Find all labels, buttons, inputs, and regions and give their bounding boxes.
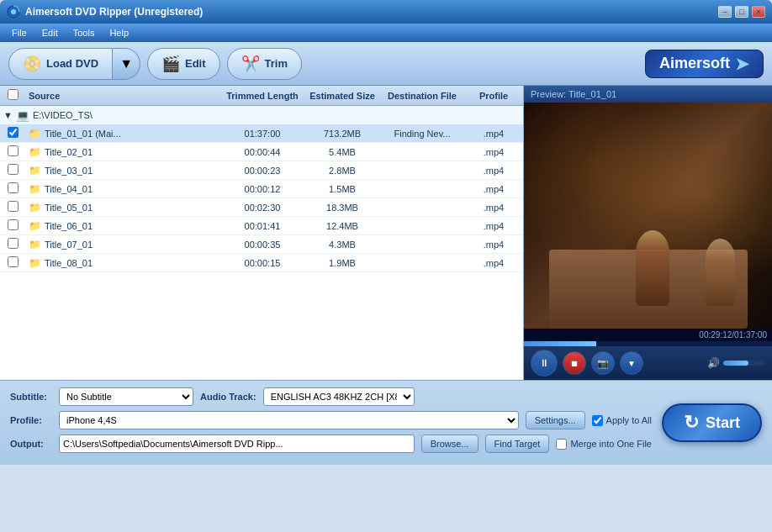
row-profile: .mp4 (464, 258, 523, 268)
snapshot-button[interactable]: 📷 (591, 351, 615, 375)
row-size: 12.4MB (304, 221, 380, 231)
table-row[interactable]: 📁Title_01_01 (Mai... 01:37:00 713.2MB Fi… (0, 124, 523, 143)
preview-progress-fill (524, 341, 596, 346)
more-button[interactable]: ▼ (620, 351, 643, 375)
table-row[interactable]: 📁Title_06_01 00:01:41 12.4MB .mp4 (0, 217, 523, 235)
row-size: 1.5MB (304, 184, 380, 194)
apply-to-all-checkbox[interactable] (592, 415, 603, 426)
output-path-input[interactable] (59, 435, 415, 453)
file-icon: 📁 (29, 239, 41, 250)
header-check[interactable] (0, 89, 25, 102)
edit-icon: 🎬 (161, 55, 180, 73)
audio-track-select[interactable]: ENGLISH AC3 48KHZ 2CH [X80] (263, 387, 415, 406)
row-trimmed: 00:02:30 (220, 203, 304, 213)
preview-title: Preview: Title_01_01 (524, 86, 772, 103)
table-row[interactable]: 📁Title_07_01 00:00:35 4.3MB .mp4 (0, 235, 523, 254)
volume-icon: 🔊 (707, 357, 720, 369)
row-check[interactable] (0, 256, 25, 269)
expand-icon: ▼ (3, 110, 13, 120)
play-pause-button[interactable]: ⏸ (531, 350, 558, 377)
file-list-panel: Source Trimmed Length Estimated Size Des… (0, 86, 524, 380)
row-size: 713.2MB (304, 129, 380, 139)
minimize-button[interactable]: – (718, 6, 732, 18)
row-check[interactable] (0, 127, 25, 140)
row-check[interactable] (0, 182, 25, 195)
browse-button[interactable]: Browse... (421, 435, 479, 453)
stop-button[interactable]: ⏹ (563, 351, 586, 375)
table-row[interactable]: 📁Title_02_01 00:00:44 5.4MB .mp4 (0, 143, 523, 161)
row-check[interactable] (0, 145, 25, 158)
main-content: Source Trimmed Length Estimated Size Des… (0, 86, 772, 380)
row-profile: .mp4 (464, 240, 523, 250)
load-dvd-dropdown[interactable]: ▼ (113, 48, 140, 80)
profile-select[interactable]: iPhone 4,4S (59, 411, 519, 429)
load-dvd-button[interactable]: 📀 Load DVD (8, 48, 113, 80)
trim-button[interactable]: ✂️ Trim (227, 48, 302, 80)
menu-edit[interactable]: Edit (35, 26, 65, 40)
row-check[interactable] (0, 164, 25, 176)
trim-label: Trim (265, 57, 288, 70)
restore-button[interactable]: □ (735, 6, 748, 18)
load-dvd-icon: 📀 (23, 55, 41, 73)
audio-track-label: Audio Track: (200, 392, 256, 402)
merge-into-one-label: Merge into One File (570, 439, 652, 449)
output-row: Output: Browse... Find Target Merge into… (10, 435, 652, 453)
row-size: 1.9MB (304, 258, 380, 268)
close-button[interactable]: × (752, 6, 765, 18)
apply-to-all-area: Apply to All (592, 415, 652, 426)
row-source: 📁Title_05_01 (25, 202, 220, 213)
row-profile: .mp4 (464, 147, 523, 157)
row-profile: .mp4 (464, 184, 523, 194)
root-folder-label: E:\VIDEO_TS\ (33, 110, 93, 120)
merge-into-one-checkbox[interactable] (556, 439, 567, 450)
bottom-controls-left: Subtitle: No Subtitle Audio Track: ENGLI… (10, 387, 652, 458)
menu-help[interactable]: Help (103, 26, 135, 40)
edit-label: Edit (185, 57, 206, 70)
row-size: 5.4MB (304, 147, 380, 157)
load-dvd-label: Load DVD (46, 57, 98, 70)
volume-area: 🔊 (707, 357, 765, 369)
toolbar: 📀 Load DVD ▼ 🎬 Edit ✂️ Trim Aimersoft ➤ (0, 42, 772, 86)
file-icon: 📁 (29, 220, 41, 232)
check-all-checkbox[interactable] (8, 89, 19, 100)
file-list-body: 📁Title_01_01 (Mai... 01:37:00 713.2MB Fi… (0, 124, 523, 380)
row-source: 📁Title_08_01 (25, 257, 220, 269)
root-folder-row[interactable]: ▼ 💻 E:\VIDEO_TS\ (0, 106, 523, 124)
file-icon: 📁 (29, 202, 41, 213)
row-size: 18.3MB (304, 203, 380, 213)
volume-slider[interactable] (723, 361, 765, 366)
subtitle-label: Subtitle: (10, 392, 52, 402)
row-check[interactable] (0, 201, 25, 213)
menu-tools[interactable]: Tools (66, 26, 102, 40)
logo-arrow-icon: ➤ (735, 54, 749, 74)
row-check[interactable] (0, 238, 25, 250)
settings-button[interactable]: Settings... (526, 411, 585, 429)
chevron-down-icon: ▼ (119, 56, 133, 71)
window-controls: – □ × (718, 6, 765, 18)
preview-panel: Preview: Title_01_01 00:29:12/01:37:00 ⏸… (524, 86, 772, 380)
start-label: Start (706, 414, 740, 432)
start-button[interactable]: ↻ Start (662, 403, 762, 442)
edit-button[interactable]: 🎬 Edit (147, 48, 220, 80)
video-person1 (636, 230, 669, 306)
menu-file[interactable]: File (5, 26, 34, 40)
preview-video (524, 103, 772, 329)
subtitle-select[interactable]: No Subtitle (59, 387, 193, 406)
table-row[interactable]: 📁Title_03_01 00:00:23 2.8MB .mp4 (0, 161, 523, 180)
menu-bar: File Edit Tools Help (0, 24, 772, 42)
title-bar: Aimersoft DVD Ripper (Unregistered) – □ … (0, 0, 772, 24)
svg-point-1 (11, 9, 16, 14)
find-target-button[interactable]: Find Target (485, 435, 550, 453)
app-icon (7, 5, 20, 18)
bottom-controls: Subtitle: No Subtitle Audio Track: ENGLI… (0, 380, 772, 465)
row-dest: Finding Nev... (380, 129, 464, 139)
bottom-row: Subtitle: No Subtitle Audio Track: ENGLI… (10, 387, 762, 458)
row-source: 📁Title_02_01 (25, 146, 220, 158)
table-row[interactable]: 📁Title_05_01 00:02:30 18.3MB .mp4 (0, 198, 523, 217)
table-row[interactable]: 📁Title_04_01 00:00:12 1.5MB .mp4 (0, 180, 523, 198)
row-check[interactable] (0, 219, 25, 232)
header-source: Source (25, 91, 220, 101)
header-profile: Profile (464, 91, 523, 101)
table-row[interactable]: 📁Title_08_01 00:00:15 1.9MB .mp4 (0, 254, 523, 272)
header-destination: Destination File (380, 91, 464, 101)
